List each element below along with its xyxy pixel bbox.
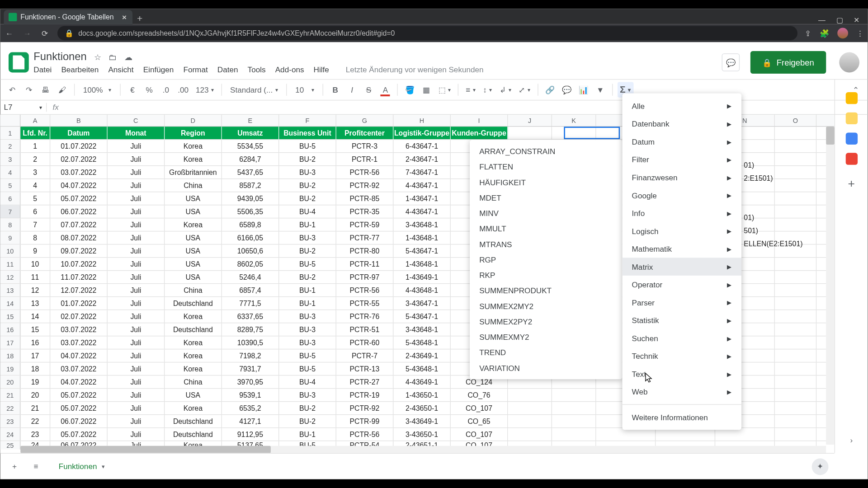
strike-button[interactable]: S <box>362 82 376 98</box>
share-button[interactable]: 🔒 Freigeben <box>750 51 826 74</box>
cell[interactable]: 04.07.2022 <box>50 179 108 192</box>
cell[interactable]: 2 <box>20 153 50 165</box>
cell[interactable]: BU-2 <box>279 179 336 192</box>
cell[interactable]: 6589,8 <box>222 218 279 231</box>
cell[interactable]: PCTR-80 <box>336 244 394 257</box>
tasks-addon-icon[interactable] <box>845 133 857 145</box>
cell[interactable]: Korea <box>165 310 222 323</box>
cell[interactable]: 11 <box>20 271 50 283</box>
cell[interactable]: 3-43650-1 <box>393 428 451 441</box>
function-item[interactable]: HÄUFIGKEIT <box>470 174 622 190</box>
cell[interactable]: Juli <box>108 375 165 388</box>
cell[interactable]: Juli <box>108 349 165 362</box>
cell[interactable]: Korea <box>165 218 222 231</box>
cell[interactable]: BU-2 <box>279 415 336 427</box>
currency-button[interactable]: € <box>125 82 140 98</box>
halign-button[interactable]: ≡ <box>463 82 478 98</box>
cell[interactable]: BU-4 <box>279 205 336 218</box>
cell[interactable]: PCTR-11 <box>336 258 394 270</box>
cell[interactable]: 4-43649-1 <box>393 375 451 388</box>
number-format-button[interactable]: 123 <box>193 82 217 98</box>
cell[interactable]: PCTR-76 <box>336 310 394 323</box>
cell[interactable]: Juli <box>108 402 165 414</box>
cell[interactable]: PCTR-55 <box>336 297 394 310</box>
menu-tools[interactable]: Tools <box>248 66 266 75</box>
row-number[interactable]: 7 <box>0 205 20 218</box>
cell[interactable]: 01.07.2022 <box>50 140 108 152</box>
cell[interactable] <box>552 415 596 427</box>
increase-decimal-button[interactable]: .00 <box>175 82 191 98</box>
category-item[interactable]: Info▶ <box>622 204 741 222</box>
browser-menu-icon[interactable]: ⋮ <box>856 29 864 38</box>
cell[interactable]: BU-3 <box>279 336 336 349</box>
italic-button[interactable]: I <box>345 82 359 98</box>
cell[interactable]: 8 <box>20 231 50 244</box>
cell[interactable]: Juli <box>108 271 165 283</box>
print-button[interactable]: 🖶 <box>38 82 53 98</box>
cell[interactable] <box>775 310 816 323</box>
menu-einfügen[interactable]: Einfügen <box>143 66 174 75</box>
cell[interactable]: 9439,05 <box>222 192 279 205</box>
cell[interactable] <box>775 349 816 362</box>
category-item[interactable]: Technik▶ <box>622 347 741 365</box>
category-item[interactable]: Matrix▶ <box>622 258 741 276</box>
row-number[interactable]: 16 <box>0 323 20 336</box>
category-item[interactable]: Datum▶ <box>622 133 741 151</box>
cell[interactable]: BU-5 <box>279 258 336 270</box>
cell[interactable]: 6 <box>20 205 50 218</box>
column-header[interactable]: K <box>552 115 596 126</box>
cell[interactable]: Juli <box>108 231 165 244</box>
cell[interactable] <box>775 258 816 270</box>
cell[interactable]: BU-4 <box>279 375 336 388</box>
cell[interactable]: 4-43647-1 <box>393 205 451 218</box>
zoom-select[interactable]: 100% <box>80 82 115 98</box>
function-item[interactable]: SUMMENPRODUKT <box>470 283 622 298</box>
row-number[interactable]: 11 <box>0 258 20 270</box>
row-number[interactable]: 4 <box>0 166 20 178</box>
cell[interactable]: 03.07.2022 <box>50 362 108 375</box>
cell[interactable]: 10390,5 <box>222 336 279 349</box>
cell[interactable]: PCTR-92 <box>336 179 394 192</box>
cell[interactable] <box>508 127 552 139</box>
cell[interactable]: 6166,05 <box>222 231 279 244</box>
font-size-select[interactable]: 10 <box>292 82 318 98</box>
cell[interactable] <box>552 127 596 139</box>
cell[interactable]: 08.07.2022 <box>50 231 108 244</box>
cell[interactable] <box>552 389 596 401</box>
menu-ansicht[interactable]: Ansicht <box>108 66 133 75</box>
fill-color-button[interactable]: 🪣 <box>403 82 417 98</box>
category-item[interactable]: Web▶ <box>622 383 741 401</box>
column-header[interactable]: F <box>279 115 336 126</box>
cell[interactable]: 7771,5 <box>222 297 279 310</box>
cell[interactable]: China <box>165 179 222 192</box>
cell[interactable] <box>775 362 816 375</box>
star-icon[interactable]: ☆ <box>94 52 102 61</box>
header-cell[interactable]: Logistik-Gruppe <box>393 127 451 139</box>
column-header[interactable]: E <box>222 115 279 126</box>
cell[interactable]: Juli <box>108 218 165 231</box>
cell[interactable] <box>775 375 816 388</box>
cell[interactable]: 5 <box>20 192 50 205</box>
cell[interactable] <box>775 323 816 336</box>
column-header[interactable]: B <box>50 115 108 126</box>
column-header[interactable]: C <box>108 115 165 126</box>
function-item[interactable]: RGP <box>470 252 622 267</box>
add-addon-icon[interactable]: + <box>848 177 855 190</box>
cell[interactable]: 7-43647-1 <box>393 166 451 178</box>
cell[interactable]: PCTR-1 <box>336 153 394 165</box>
cell[interactable]: 3970,95 <box>222 375 279 388</box>
cell[interactable]: 02.07.2022 <box>50 310 108 323</box>
cell[interactable]: Korea <box>165 349 222 362</box>
link-button[interactable]: 🔗 <box>543 82 557 98</box>
close-window-icon[interactable]: ✕ <box>854 16 859 24</box>
cell[interactable]: PCTR-19 <box>336 389 394 401</box>
cell[interactable]: 06.07.2022 <box>50 205 108 218</box>
cell[interactable]: 6337,65 <box>222 310 279 323</box>
cell[interactable]: 20 <box>20 389 50 401</box>
cell[interactable]: 6-43647-1 <box>393 140 451 152</box>
category-item[interactable]: Logisch▶ <box>622 222 741 240</box>
cell[interactable]: BU-3 <box>279 166 336 178</box>
cell[interactable]: BU-2 <box>279 192 336 205</box>
keep-addon-icon[interactable] <box>845 113 857 124</box>
category-item[interactable]: Alle▶ <box>622 97 741 115</box>
